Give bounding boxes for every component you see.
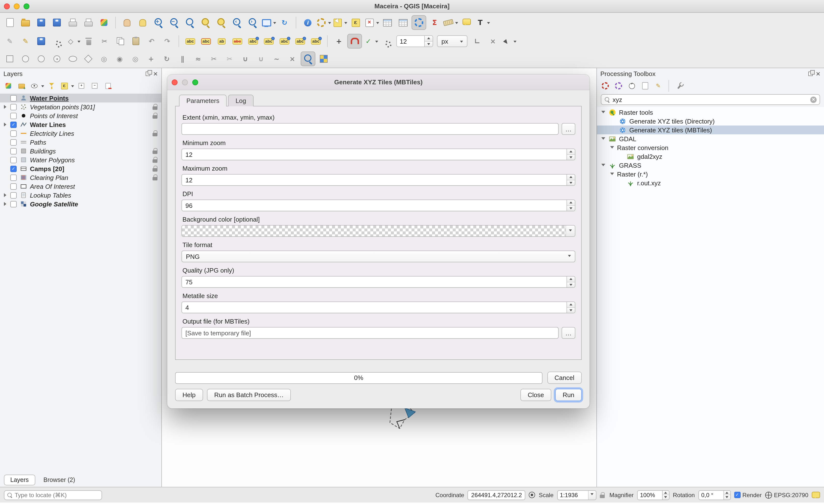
move-feature[interactable]: + xyxy=(144,51,159,66)
close-button[interactable]: Close xyxy=(520,389,551,401)
processing-history[interactable] xyxy=(626,80,638,92)
scale-combo[interactable] xyxy=(557,490,596,500)
visibility-checkbox[interactable] xyxy=(10,192,17,198)
tree-item-xyz-directory[interactable]: Generate XYZ tiles (Directory) xyxy=(597,117,824,126)
visibility-checkbox[interactable] xyxy=(10,139,17,145)
background-color-field[interactable] xyxy=(182,225,575,237)
visibility-checkbox[interactable] xyxy=(10,201,17,207)
highlight-pinned-labels[interactable]: ab xyxy=(214,34,229,48)
new-map-view[interactable] xyxy=(261,15,276,30)
metatile-stepper[interactable] xyxy=(566,302,575,313)
window-minimize-button[interactable] xyxy=(14,3,20,9)
layer-item-buildings[interactable]: Buildings xyxy=(0,147,162,155)
layer-item-paths[interactable]: Paths xyxy=(0,138,162,147)
clear-search-icon[interactable]: ✕ xyxy=(810,96,817,103)
close-panel-icon[interactable]: ✕ xyxy=(153,71,158,77)
visibility-checkbox[interactable] xyxy=(10,183,17,190)
visibility-checkbox[interactable] xyxy=(10,121,17,128)
filter-legend[interactable] xyxy=(45,80,58,92)
expand-icon[interactable] xyxy=(3,191,8,200)
tree-group-raster-tools[interactable]: Raster tools xyxy=(597,108,824,117)
output-browse-button[interactable]: … xyxy=(561,327,575,339)
metatile-spinbox[interactable] xyxy=(182,301,575,313)
expand-icon[interactable] xyxy=(3,103,8,111)
layer-item-clearing-plan[interactable]: Clearing Plan xyxy=(0,173,162,182)
collapse-icon[interactable] xyxy=(601,161,606,170)
processing-options[interactable] xyxy=(674,80,685,92)
visibility-checkbox[interactable] xyxy=(10,130,17,137)
tile-format-combo[interactable]: PNG xyxy=(182,251,575,262)
map-canvas[interactable]: Generate XYZ Tiles (MBTiles) Parameters … xyxy=(162,68,596,487)
increment-icon[interactable] xyxy=(662,491,669,495)
magnifier-stepper[interactable] xyxy=(662,491,669,499)
remove-layer[interactable] xyxy=(102,80,114,92)
add-group[interactable] xyxy=(16,80,27,92)
pan-map[interactable] xyxy=(120,15,134,30)
expand-icon[interactable] xyxy=(3,200,8,208)
expand-all[interactable] xyxy=(76,80,87,92)
quality-spinbox[interactable] xyxy=(182,276,575,288)
circle-2points[interactable] xyxy=(18,51,33,66)
zoom-last[interactable]: ‹ xyxy=(229,15,244,30)
reshape-features[interactable]: ≈ xyxy=(191,51,206,66)
tab-parameters[interactable]: Parameters xyxy=(179,95,227,106)
increment-icon[interactable] xyxy=(567,302,575,307)
save-project[interactable] xyxy=(34,15,48,30)
dpi-input[interactable] xyxy=(182,200,566,211)
quality-stepper[interactable] xyxy=(566,276,575,287)
delete-selected[interactable] xyxy=(81,34,96,48)
add-part[interactable]: ◉ xyxy=(112,51,127,66)
field-calculator[interactable] xyxy=(396,15,411,30)
collapse-all[interactable] xyxy=(89,80,101,92)
current-edits[interactable]: ✎ xyxy=(2,34,17,48)
tab-browser[interactable]: Browser (2) xyxy=(37,475,81,485)
rotation-input[interactable] xyxy=(699,491,723,499)
pin-labels[interactable]: abc xyxy=(246,34,261,48)
min-zoom-input[interactable] xyxy=(182,149,566,160)
offset-curve[interactable]: ∥ xyxy=(175,51,190,66)
style-manager[interactable] xyxy=(97,15,111,30)
tab-layers[interactable]: Layers xyxy=(4,475,35,485)
fill-ring[interactable]: ◎ xyxy=(128,51,143,66)
snapping-grid[interactable] xyxy=(379,34,394,48)
tree-group-gdal[interactable]: GDAL xyxy=(597,134,824,143)
rotate-label[interactable]: abc xyxy=(293,34,308,48)
delete-ring[interactable]: × xyxy=(285,51,300,66)
visibility-checkbox[interactable] xyxy=(10,165,17,172)
decrement-icon[interactable] xyxy=(662,495,669,499)
statistical-summary[interactable]: Σ xyxy=(427,15,442,30)
layer-item-google-satellite[interactable]: Google Satellite xyxy=(0,200,162,208)
extent-input[interactable] xyxy=(182,123,559,135)
simplify-feature[interactable]: ~ xyxy=(269,51,284,66)
expand-icon[interactable] xyxy=(3,120,8,129)
rule-based-labeling[interactable]: abc xyxy=(199,34,213,48)
zoom-to-layer[interactable] xyxy=(214,15,228,30)
measure-line[interactable] xyxy=(443,15,458,30)
layer-item-water-polygons[interactable]: Water Polygons xyxy=(0,155,162,164)
tree-item-gdal2xyz[interactable]: gdal2xyz xyxy=(597,152,824,161)
increment-icon[interactable] xyxy=(567,276,575,282)
visibility-checkbox[interactable] xyxy=(10,157,17,163)
filter-by-expression[interactable] xyxy=(59,80,74,92)
visibility-checkbox[interactable] xyxy=(10,95,17,101)
pan-to-selection[interactable] xyxy=(135,15,150,30)
select-by-expression[interactable] xyxy=(348,15,363,30)
snapping-tolerance-input[interactable] xyxy=(397,36,424,46)
vertex-tool[interactable]: ◇ xyxy=(65,34,81,48)
run-button[interactable]: Run xyxy=(555,389,582,401)
increment-icon[interactable] xyxy=(567,149,575,155)
new-print-layout[interactable] xyxy=(65,15,80,30)
close-panel-icon[interactable]: ✕ xyxy=(816,71,821,77)
float-panel-icon[interactable] xyxy=(808,72,813,76)
layer-item-water-points[interactable]: Water Points xyxy=(0,94,162,103)
extent-browse-button[interactable]: … xyxy=(561,123,575,135)
refresh-map[interactable]: ↻ xyxy=(277,15,292,30)
collapse-icon[interactable] xyxy=(610,143,615,152)
split-features[interactable]: ✂ xyxy=(206,51,221,66)
toolbox-search-box[interactable]: ✕ xyxy=(601,94,820,105)
copy-features[interactable] xyxy=(113,34,127,48)
collapse-icon[interactable] xyxy=(610,170,615,178)
snapping-options[interactable] xyxy=(347,34,362,48)
zoom-full-extent[interactable] xyxy=(183,15,197,30)
run-feature-action[interactable] xyxy=(316,15,331,30)
